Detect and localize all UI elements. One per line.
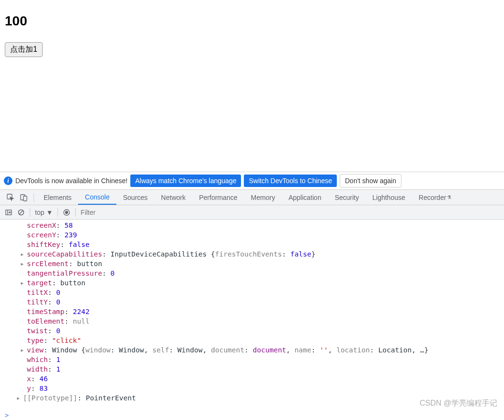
console-line[interactable]: twist: 0 [0, 326, 504, 336]
expand-arrow-icon[interactable]: ▸ [20, 345, 24, 355]
context-selector[interactable]: top ▼ [35, 209, 53, 216]
property-value: null [73, 317, 90, 325]
live-expression-icon[interactable] [63, 209, 70, 216]
property-key: y [27, 385, 31, 392]
console-line[interactable]: ▸sourceCapabilities: InputDeviceCapabili… [0, 249, 504, 259]
tab-performance[interactable]: Performance [192, 190, 244, 205]
page-content: 100 点击加1 [0, 0, 504, 62]
property-key: [[Prototype]] [23, 394, 78, 402]
separator: : [48, 298, 56, 306]
property-key: view [27, 346, 44, 354]
property-key: timeStamp [27, 308, 65, 315]
value-segment: } [311, 250, 316, 258]
property-value: button [60, 279, 85, 287]
tab-console[interactable]: Console [78, 190, 116, 205]
console-line[interactable]: ▸view: Window {window: Window, self: Win… [0, 345, 504, 355]
separator: : [102, 269, 110, 277]
tab-application[interactable]: Application [282, 190, 328, 205]
infobar-message: DevTools is now available in Chinese! [15, 177, 127, 185]
console-line[interactable]: width: 1 [0, 364, 504, 374]
info-icon: i [4, 176, 12, 185]
property-key: srcElement [27, 260, 69, 268]
separator: : [69, 260, 77, 268]
tab-lighthouse[interactable]: Lighthouse [366, 190, 412, 205]
value-segment: '' [320, 346, 328, 354]
separator: : [48, 356, 56, 363]
console-line[interactable]: screenX: 58 [0, 221, 504, 230]
value-segment: firesTouchEvents [215, 250, 282, 258]
always-match-button[interactable]: Always match Chrome's language [130, 175, 241, 187]
value-segment: : [244, 346, 252, 354]
dont-show-button[interactable]: Don't show again [340, 174, 401, 187]
console-line[interactable]: timeStamp: 2242 [0, 307, 504, 316]
filter-input[interactable] [80, 209, 499, 216]
expand-arrow-icon[interactable]: ▸ [20, 278, 24, 288]
devtools-panel: i DevTools is now available in Chinese! … [0, 172, 504, 420]
infobar: i DevTools is now available in Chinese! … [0, 172, 504, 190]
value-segment: , [286, 346, 294, 354]
separator: : [65, 308, 73, 315]
console-line[interactable]: y: 83 [0, 384, 504, 393]
property-key: sourceCapabilities [27, 250, 102, 258]
separator: : [56, 222, 64, 229]
tabstrip: Elements Console Sources Network Perform… [0, 190, 504, 205]
property-key: screenX [27, 222, 56, 229]
value-segment: , [144, 346, 152, 354]
tab-separator [34, 193, 34, 202]
sidebar-toggle-icon[interactable] [5, 209, 12, 216]
tab-recorder-label: Recorder [419, 194, 447, 201]
console-line[interactable]: ▸srcElement: button [0, 259, 504, 268]
toolbar-separator [30, 208, 30, 217]
property-value: 1 [56, 365, 60, 373]
console-line[interactable]: tangentialPressure: 0 [0, 268, 504, 278]
value-segment: document [253, 346, 286, 354]
svg-rect-2 [23, 196, 27, 201]
svg-point-6 [66, 211, 68, 213]
expand-arrow-icon[interactable]: ▸ [20, 259, 24, 268]
separator: : [102, 250, 110, 258]
console-line[interactable]: toElement: null [0, 316, 504, 326]
value-segment: name [295, 346, 311, 354]
property-key: target [27, 279, 52, 287]
console-output[interactable]: screenX: 58screenY: 239shiftKey: false▸s… [0, 220, 504, 410]
console-line[interactable]: screenY: 239 [0, 230, 504, 240]
separator: : [31, 375, 39, 383]
tab-sources[interactable]: Sources [116, 190, 154, 205]
separator: : [44, 346, 52, 354]
tab-memory[interactable]: Memory [244, 190, 282, 205]
toolbar-separator [57, 208, 58, 217]
tab-security[interactable]: Security [328, 190, 366, 205]
increment-button[interactable]: 点击加1 [5, 42, 43, 57]
property-value: button [77, 260, 102, 268]
value-segment: : [169, 346, 177, 354]
switch-devtools-button[interactable]: Switch DevTools to Chinese [244, 175, 337, 187]
property-value: 1 [56, 356, 60, 363]
counter-heading: 100 [5, 13, 499, 29]
tab-recorder[interactable]: Recorder⚗ [412, 190, 458, 205]
value-segment: Window [177, 346, 202, 354]
value-segment: , [203, 346, 211, 354]
flask-icon: ⚗ [447, 195, 451, 200]
console-line[interactable]: type: "click" [0, 336, 504, 345]
console-prompt[interactable]: > [0, 410, 504, 420]
clear-console-icon[interactable] [17, 209, 25, 216]
property-value: "click" [52, 337, 81, 344]
expand-arrow-icon[interactable]: ▸ [16, 393, 21, 403]
tab-elements[interactable]: Elements [37, 190, 78, 205]
property-key: tiltY [27, 298, 48, 306]
console-line[interactable]: x: 46 [0, 374, 504, 384]
console-line[interactable]: tiltY: 0 [0, 297, 504, 307]
console-line[interactable]: ▸target: button [0, 278, 504, 288]
console-line[interactable]: which: 1 [0, 355, 504, 364]
expand-arrow-icon[interactable]: ▸ [20, 249, 24, 259]
tab-network[interactable]: Network [154, 190, 192, 205]
device-toolbar-icon[interactable] [17, 190, 31, 205]
value-segment: : [282, 250, 290, 258]
console-line[interactable]: shiftKey: false [0, 240, 504, 249]
value-segment: Location [378, 346, 412, 354]
value-segment: window [85, 346, 110, 354]
property-key: x [27, 375, 31, 383]
value-segment: false [290, 250, 311, 258]
console-line[interactable]: tiltX: 0 [0, 288, 504, 297]
inspect-icon[interactable] [4, 190, 17, 205]
